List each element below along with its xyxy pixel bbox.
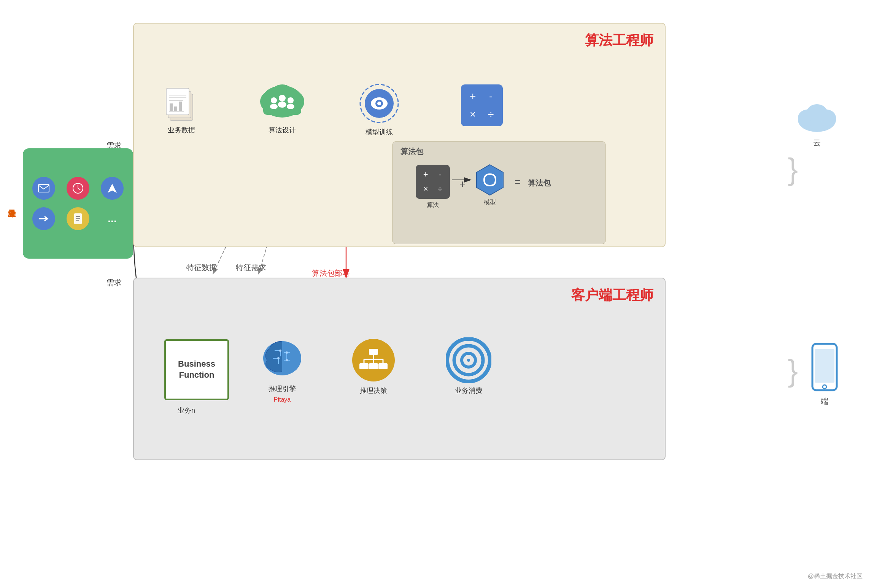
algo-pack-box: 算法包 +- ×÷ 算法 + 模型 xyxy=(393,141,605,244)
svg-text:需求: 需求 xyxy=(106,278,122,287)
svg-text:特征数据: 特征数据 xyxy=(186,263,217,272)
svg-point-84 xyxy=(467,359,470,362)
algo-output-node: +- ×÷ xyxy=(461,84,503,129)
svg-text:算法包部署: 算法包部署 xyxy=(312,269,350,277)
cloud-decoration: 云 xyxy=(794,99,840,148)
device-label: 端 xyxy=(809,396,840,407)
svg-rect-21 xyxy=(38,184,49,192)
client-engineer-title: 客户端工程师 xyxy=(571,286,653,305)
biz-n-label: 业务n xyxy=(178,406,195,415)
svg-point-46 xyxy=(271,97,277,103)
algo-engineer-title: 算法工程师 xyxy=(585,31,653,50)
svg-rect-78 xyxy=(359,363,369,369)
arrow-right-icon xyxy=(32,207,55,230)
svg-point-64 xyxy=(279,350,281,352)
svg-rect-79 xyxy=(369,363,378,369)
svg-point-50 xyxy=(288,97,294,103)
phone-decoration: 端 xyxy=(809,342,840,407)
business-data-icon xyxy=(164,84,199,122)
svg-point-88 xyxy=(806,104,828,122)
watermark: @稀土掘金技术社区 xyxy=(808,572,863,580)
svg-point-91 xyxy=(823,385,826,389)
inference-engine-node: 推理引擎 Pitaya xyxy=(259,335,305,403)
svg-point-56 xyxy=(377,102,381,105)
cloud-brace: } xyxy=(788,57,798,281)
more-icon: ... xyxy=(101,207,124,230)
svg-point-70 xyxy=(286,359,288,361)
biz-consume-label: 业务消费 xyxy=(455,386,482,395)
navigation-icon xyxy=(101,177,124,200)
svg-rect-39 xyxy=(179,102,182,111)
mail-icon xyxy=(32,177,55,200)
model-train-label: 模型训练 xyxy=(365,127,393,137)
pack-internal-arrows xyxy=(393,142,606,245)
inference-engine-sublabel: Pitaya xyxy=(274,396,291,403)
svg-point-69 xyxy=(286,351,288,354)
document-icon xyxy=(67,207,89,230)
cloud-label: 云 xyxy=(794,138,840,148)
phone-icon xyxy=(809,342,840,392)
svg-rect-38 xyxy=(174,106,177,111)
svg-point-47 xyxy=(270,104,278,109)
cloud-icon xyxy=(794,99,840,133)
svg-point-51 xyxy=(287,104,294,109)
algo-design-icon xyxy=(259,81,305,122)
biz-consume-icon xyxy=(446,337,491,383)
inference-engine-icon xyxy=(259,335,305,381)
algo-design-label: 算法设计 xyxy=(269,126,296,135)
inference-decision-label: 推理决策 xyxy=(360,386,387,395)
biz-function-box: BusinessFunction xyxy=(164,339,229,400)
svg-marker-25 xyxy=(108,184,117,193)
svg-point-65 xyxy=(277,357,280,359)
svg-point-48 xyxy=(279,95,286,102)
inference-decision-node: 推理决策 xyxy=(351,337,396,395)
svg-rect-90 xyxy=(815,349,834,383)
svg-text:特征需求: 特征需求 xyxy=(236,263,266,272)
inference-decision-icon xyxy=(351,337,396,383)
svg-rect-72 xyxy=(369,349,378,355)
main-canvas: 需求 需求 特征数据 特征需求 算法包部署 模型优化/压缩 业务接入 场景触发 … xyxy=(0,0,874,588)
calc-icon-blue: +- ×÷ xyxy=(461,84,503,126)
biz-consume-node: 业务消费 xyxy=(446,337,491,395)
business-scene-label: 业务场景 xyxy=(7,148,17,259)
scene-row-2: ... xyxy=(32,207,124,230)
inference-engine-label: 推理引擎 xyxy=(269,384,296,393)
scene-row-1 xyxy=(32,177,124,200)
business-data-label: 业务数据 xyxy=(168,126,195,135)
device-brace: } xyxy=(788,281,798,460)
svg-point-49 xyxy=(278,102,286,108)
business-scene-box: ... xyxy=(23,148,133,259)
algo-design-node: 算法设计 xyxy=(259,81,305,135)
biz-function-text: BusinessFunction xyxy=(178,359,215,380)
model-train-icon xyxy=(358,83,400,124)
svg-line-24 xyxy=(78,188,80,190)
model-train-node: 模型训练 xyxy=(358,83,400,137)
algo-engineer-box: 算法工程师 业务数据 xyxy=(133,23,666,247)
svg-rect-80 xyxy=(378,363,388,369)
svg-rect-37 xyxy=(170,103,173,111)
business-data-node: 业务数据 xyxy=(164,84,199,135)
clock-icon xyxy=(67,177,89,200)
client-engineer-box: 客户端工程师 BusinessFunction 业务n xyxy=(133,278,666,460)
